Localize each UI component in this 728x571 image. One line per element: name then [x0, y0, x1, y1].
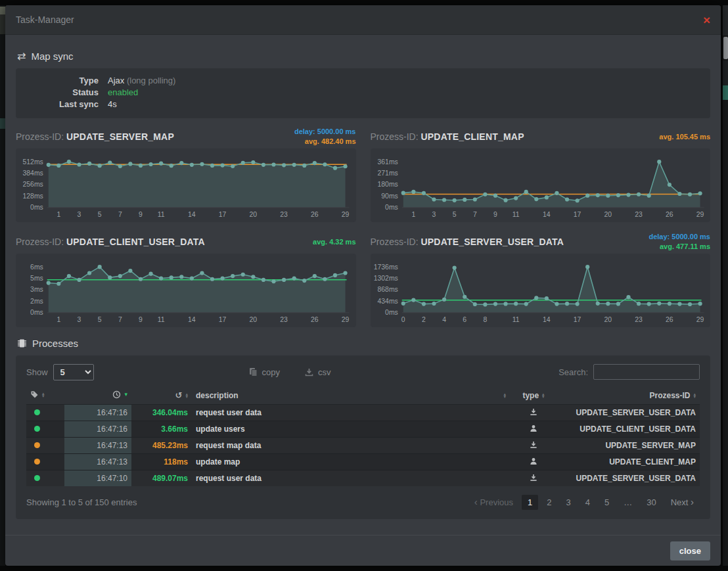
pagination-page-3[interactable]: 3: [560, 495, 576, 510]
pagination-page-1[interactable]: 1: [522, 495, 538, 510]
svg-text:0ms: 0ms: [385, 204, 398, 211]
svg-text:0ms: 0ms: [30, 204, 43, 211]
svg-text:3: 3: [78, 316, 81, 323]
svg-text:26: 26: [311, 211, 319, 218]
svg-text:14: 14: [188, 316, 196, 323]
sort-icon: ▴▾: [42, 392, 45, 398]
modal-title: Task-Manager: [16, 14, 74, 25]
processes-heading: Processes: [17, 338, 710, 349]
download-icon: [530, 474, 537, 484]
download-icon: [305, 368, 313, 377]
time-cell: 16:47:16: [64, 421, 131, 438]
modal-body: ⇄ Map sync TypeAjax (long polling)Status…: [5, 35, 721, 535]
copy-icon: [249, 367, 258, 377]
svg-text:23: 23: [280, 211, 288, 218]
prozess-id-cell: UPDATE_CLIENT_MAP: [557, 454, 700, 470]
svg-text:271ms: 271ms: [377, 170, 398, 177]
map-sync-info-row: TypeAjax (long polling): [26, 75, 700, 87]
sort-icon: ▴▾: [542, 393, 545, 398]
pagination-page-5[interactable]: 5: [599, 495, 615, 510]
search-input[interactable]: [593, 364, 700, 380]
type-cell: [510, 438, 557, 454]
column-header-time[interactable]: ▾: [64, 387, 131, 405]
status-dot: [34, 459, 40, 465]
prozess-id-cell: UPDATE_SERVER_MAP: [557, 438, 700, 454]
table-row[interactable]: 16:47:13118msupdate mapUPDATE_CLIENT_MAP: [26, 454, 700, 470]
svg-text:17: 17: [219, 316, 227, 323]
pagination-page-30[interactable]: 30: [641, 495, 662, 510]
pagination-previous[interactable]: ‹ Previous: [468, 495, 519, 510]
close-button[interactable]: close: [670, 541, 710, 560]
svg-text:11: 11: [158, 211, 165, 218]
map-sync-info-row: Statusenabled: [26, 87, 700, 99]
chart-badges: avg. 105.45 ms: [659, 132, 710, 142]
info-label: Status: [26, 87, 108, 99]
svg-text:26: 26: [666, 211, 673, 218]
chart-avg-badge: avg. 105.45 ms: [659, 132, 710, 142]
clock-icon: [112, 390, 121, 399]
charts-grid: Prozess-ID: UPDATE_SERVER_MAPdelay: 5000…: [16, 125, 710, 327]
sort-icon: ▴▾: [185, 393, 188, 398]
download-icon: [530, 442, 537, 451]
background-button-fragment: [723, 85, 728, 100]
table-row[interactable]: 16:47:16346.04msrequest user dataUPDATE_…: [26, 405, 700, 421]
description-header-label: description: [196, 391, 239, 400]
svg-text:434ms: 434ms: [377, 298, 398, 305]
status-dot: [34, 442, 40, 448]
svg-text:3ms: 3ms: [30, 286, 43, 293]
table-row[interactable]: 16:47:13485.23msrequest map dataUPDATE_S…: [26, 438, 700, 454]
time-cell: 16:47:13: [64, 454, 131, 470]
svg-text:29: 29: [696, 316, 704, 323]
svg-text:23: 23: [635, 316, 643, 323]
svg-text:2: 2: [422, 316, 426, 323]
svg-text:90ms: 90ms: [381, 193, 398, 200]
svg-text:14: 14: [543, 316, 551, 323]
svg-text:3: 3: [432, 211, 436, 218]
history-icon: ↺: [175, 392, 183, 399]
type-cell: [510, 470, 557, 487]
status-dot: [34, 426, 40, 432]
svg-text:26: 26: [311, 316, 319, 323]
pagination-next[interactable]: Next ›: [665, 495, 700, 510]
svg-text:20: 20: [604, 316, 612, 323]
svg-text:5: 5: [98, 211, 102, 218]
page-scrollbar-thumb[interactable]: [723, 37, 728, 59]
pagination: ‹ Previous12345…30Next ›: [468, 495, 700, 510]
task-manager-modal: Task-Manager × ⇄ Map sync TypeAjax (long…: [5, 5, 721, 566]
status-dot: [34, 475, 40, 481]
status-cell: [26, 405, 64, 421]
svg-text:5ms: 5ms: [30, 275, 43, 282]
show-entries-label: Show: [26, 367, 48, 377]
chart-title: Prozess-ID: UPDATE_SERVER_USER_DATA: [371, 237, 564, 247]
table-row[interactable]: 16:47:163.66msupdate usersUPDATE_CLIENT_…: [26, 421, 700, 438]
column-header-status[interactable]: ▴▾: [26, 387, 64, 405]
sort-icon: ▴▾: [693, 393, 696, 398]
svg-text:1736ms: 1736ms: [373, 263, 398, 271]
entries-summary: Showing 1 to 5 of 150 entries: [26, 497, 137, 507]
svg-text:0ms: 0ms: [30, 309, 43, 316]
column-header-prozess-id[interactable]: Prozess-ID ▴▾: [557, 387, 700, 405]
show-entries-select[interactable]: 5: [53, 364, 94, 380]
svg-text:0ms: 0ms: [385, 309, 398, 316]
column-header-type[interactable]: type ▴▾: [510, 387, 557, 405]
svg-text:256ms: 256ms: [22, 181, 43, 188]
svg-text:11: 11: [512, 316, 519, 323]
copy-button[interactable]: copy: [245, 367, 284, 378]
close-icon[interactable]: ×: [703, 14, 710, 26]
pagination-page-2[interactable]: 2: [541, 495, 557, 510]
csv-button[interactable]: csv: [301, 367, 335, 378]
duration-cell: 485.23ms: [131, 438, 192, 454]
modal-footer: close: [5, 535, 721, 566]
pagination-page-4[interactable]: 4: [580, 495, 596, 510]
column-header-duration[interactable]: ↺ ▴▾: [131, 387, 192, 405]
svg-text:1: 1: [57, 316, 60, 323]
chart-badges: avg. 4.32 ms: [313, 237, 355, 247]
svg-text:26: 26: [666, 316, 673, 323]
column-header-description[interactable]: description ▴▾: [192, 387, 510, 405]
chart-delay-badge: delay: 5000.00 ms: [294, 127, 356, 137]
table-row[interactable]: 16:47:10489.07msrequest user dataUPDATE_…: [26, 470, 700, 487]
svg-text:23: 23: [280, 316, 288, 323]
chart-plot-area: 1736ms1302ms868ms434ms0ms024681114172023…: [371, 254, 711, 327]
duration-cell: 118ms: [131, 454, 192, 470]
sort-icon: ▴▾: [503, 393, 506, 398]
